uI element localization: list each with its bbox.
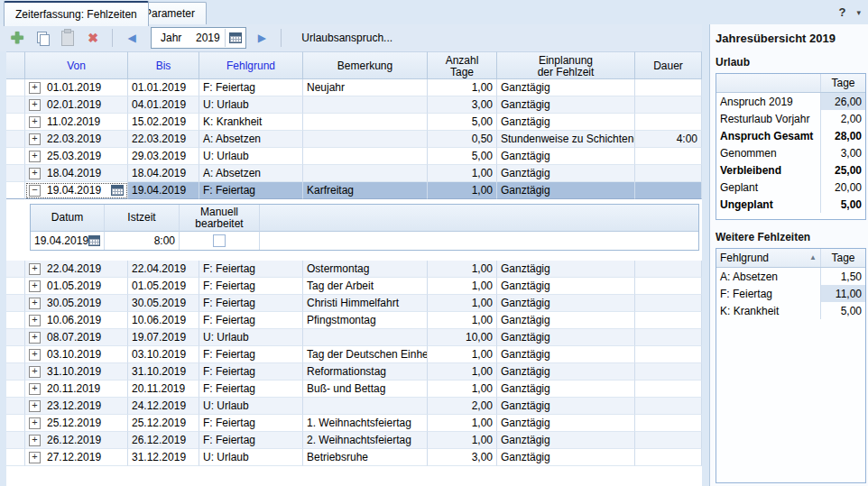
row-selector-cell[interactable] xyxy=(6,182,25,199)
von-cell[interactable]: +31.10.2019 xyxy=(25,363,128,381)
expand-icon[interactable]: + xyxy=(29,452,41,463)
bis-cell[interactable]: 03.10.2019 xyxy=(128,346,199,363)
von-cell[interactable]: +01.05.2019 xyxy=(25,278,128,295)
row-selector-cell[interactable] xyxy=(6,415,25,432)
anzahl-tage-cell[interactable]: 1,00 xyxy=(428,278,497,295)
von-cell[interactable]: +23.12.2019 xyxy=(25,398,128,415)
copy-button[interactable] xyxy=(32,28,52,48)
dauer-cell[interactable] xyxy=(635,415,702,432)
bis-cell[interactable]: 31.10.2019 xyxy=(128,363,199,381)
row-selector-cell[interactable] xyxy=(6,329,25,346)
von-cell[interactable]: +11.02.2019 xyxy=(25,114,128,131)
year-input[interactable] xyxy=(190,32,225,44)
bemerkung-cell[interactable] xyxy=(303,96,428,114)
row-selector-cell[interactable] xyxy=(6,449,25,466)
einplanung-cell[interactable]: Ganztägig xyxy=(497,449,635,466)
expand-icon[interactable]: + xyxy=(29,82,41,94)
fehlgrund-cell[interactable]: F: Feiertag xyxy=(199,295,303,312)
einplanung-cell[interactable]: Ganztägig xyxy=(497,114,635,131)
bemerkung-cell[interactable]: Reformationstag xyxy=(303,363,428,381)
fehlgrund-cell[interactable]: F: Feiertag xyxy=(199,312,303,329)
expand-icon[interactable]: + xyxy=(29,349,41,361)
bis-cell[interactable]: 10.06.2019 xyxy=(128,312,199,329)
urlaubsanspruch-button[interactable]: Urlaubsanspruch... xyxy=(296,30,398,46)
bis-cell[interactable]: 22.03.2019 xyxy=(128,131,199,148)
bis-cell[interactable]: 19.07.2019 xyxy=(128,329,199,346)
grid-row[interactable]: +11.02.201915.02.2019K: Krankheit5,00Gan… xyxy=(6,114,702,131)
fehlgrund-cell[interactable]: A: Absetzen xyxy=(199,131,303,148)
dauer-cell[interactable] xyxy=(635,148,702,165)
grid-row[interactable]: +27.12.201931.12.2019U: UrlaubBetriebsru… xyxy=(6,449,702,466)
von-cell[interactable]: +25.12.2019 xyxy=(25,415,128,432)
sidebar-table-row[interactable]: Anspruch Gesamt28,00 xyxy=(716,127,865,144)
fehlgrund-cell[interactable]: F: Feiertag xyxy=(199,381,303,398)
label-column-header[interactable]: Fehlgrund▲ xyxy=(716,249,821,267)
von-cell[interactable]: +30.05.2019 xyxy=(25,295,128,312)
grid-row[interactable]: +31.10.201931.10.2019F: FeiertagReformat… xyxy=(6,363,702,381)
row-selector-cell[interactable] xyxy=(6,148,25,165)
row-selector-cell[interactable] xyxy=(6,432,25,449)
von-cell[interactable]: +22.04.2019 xyxy=(25,261,128,278)
anzahl-tage-cell[interactable]: 3,00 xyxy=(428,449,497,466)
expand-icon[interactable]: + xyxy=(29,435,41,446)
dauer-cell[interactable] xyxy=(635,278,702,295)
column-header-bis[interactable]: Bis xyxy=(128,51,199,79)
anzahl-tage-cell[interactable]: 1,00 xyxy=(428,261,497,278)
anzahl-tage-cell[interactable]: 1,00 xyxy=(428,363,497,381)
expand-icon[interactable]: + xyxy=(29,99,41,111)
calendar-icon[interactable] xyxy=(88,235,100,246)
einplanung-cell[interactable]: Ganztägig xyxy=(497,261,635,278)
anzahl-tage-cell[interactable]: 10,00 xyxy=(428,329,497,346)
dauer-cell[interactable] xyxy=(635,182,702,199)
anzahl-tage-cell[interactable]: 1,00 xyxy=(428,381,497,398)
fehlgrund-cell[interactable]: F: Feiertag xyxy=(199,415,303,432)
expand-icon[interactable]: + xyxy=(29,315,41,326)
bemerkung-cell[interactable] xyxy=(303,398,428,415)
chevron-down-icon[interactable]: ▾ xyxy=(856,8,861,17)
dauer-cell[interactable] xyxy=(635,165,702,182)
grid-row[interactable]: +02.01.201904.01.2019U: Urlaub3,00Ganztä… xyxy=(6,96,702,114)
grid-row[interactable]: −19.04.201919.04.2019F: FeiertagKarfreit… xyxy=(6,182,702,199)
fehlgrund-cell[interactable]: F: Feiertag xyxy=(199,432,303,449)
dauer-cell[interactable] xyxy=(635,381,702,398)
row-selector-cell[interactable] xyxy=(6,295,25,312)
expand-icon[interactable]: + xyxy=(29,263,41,275)
sidebar-table-row[interactable]: Geplant20,00 xyxy=(716,179,865,196)
bis-cell[interactable]: 24.12.2019 xyxy=(128,398,199,415)
von-cell[interactable]: +25.03.2019 xyxy=(25,148,128,165)
sidebar-table-row[interactable]: Verbleibend25,00 xyxy=(716,161,865,179)
collapse-icon[interactable]: − xyxy=(29,185,41,197)
bemerkung-cell[interactable]: Ostermontag xyxy=(303,261,428,278)
grid-row[interactable]: +20.11.201920.11.2019F: FeiertagBuß- und… xyxy=(6,381,702,398)
grid-row[interactable]: +01.01.201901.01.2019F: FeiertagNeujahr1… xyxy=(6,79,702,96)
bemerkung-cell[interactable]: Christi Himmelfahrt xyxy=(303,295,428,312)
bis-cell[interactable]: 29.03.2019 xyxy=(128,148,199,165)
detail-datum-cell[interactable]: 19.04.2019 xyxy=(31,232,105,250)
column-header-von[interactable]: Von xyxy=(25,51,128,79)
dauer-cell[interactable] xyxy=(635,79,702,96)
grid-row[interactable]: +08.07.201919.07.2019U: Urlaub10,00Ganzt… xyxy=(6,329,702,346)
row-selector-cell[interactable] xyxy=(6,261,25,278)
anzahl-tage-cell[interactable]: 1,00 xyxy=(428,432,497,449)
expand-icon[interactable]: + xyxy=(29,332,41,344)
sidebar-table-row[interactable]: Genommen3,00 xyxy=(716,144,865,161)
von-cell[interactable]: +01.01.2019 xyxy=(25,79,128,96)
grid-row[interactable]: +30.05.201930.05.2019F: FeiertagChristi … xyxy=(6,295,702,312)
row-selector-cell[interactable] xyxy=(6,278,25,295)
fehlgrund-cell[interactable]: U: Urlaub xyxy=(199,449,303,466)
bemerkung-cell[interactable]: Karfreitag xyxy=(303,182,428,199)
fehlgrund-cell[interactable]: F: Feiertag xyxy=(199,182,303,199)
year-calendar-button[interactable] xyxy=(225,29,245,47)
von-cell[interactable]: +18.04.2019 xyxy=(25,165,128,182)
sidebar-table-row[interactable]: K: Krankheit5,00 xyxy=(716,302,865,319)
anzahl-tage-cell[interactable]: 1,00 xyxy=(428,415,497,432)
paste-button[interactable] xyxy=(58,28,78,48)
einplanung-cell[interactable]: Ganztägig xyxy=(497,312,635,329)
dauer-cell[interactable] xyxy=(635,295,702,312)
bemerkung-cell[interactable] xyxy=(303,148,428,165)
bis-cell[interactable]: 01.01.2019 xyxy=(128,79,199,96)
von-cell[interactable]: −19.04.2019 xyxy=(25,182,128,199)
bemerkung-cell[interactable]: Buß- und Bettag xyxy=(303,381,428,398)
bemerkung-cell[interactable]: 1. Weihnachtsfeiertag xyxy=(303,415,428,432)
einplanung-cell[interactable]: Ganztägig xyxy=(497,398,635,415)
